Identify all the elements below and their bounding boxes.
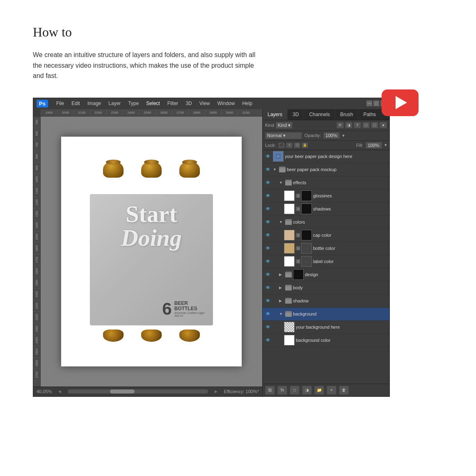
filter-shape-icon[interactable]: ⬡: [362, 122, 370, 128]
filter-toggle-icon[interactable]: ●: [380, 122, 387, 128]
folder-arrow-effects[interactable]: ▼: [279, 181, 284, 185]
delete-layer-button[interactable]: 🗑: [339, 386, 349, 395]
folder-arrow-pack[interactable]: ▼: [273, 167, 278, 172]
layer-row-effects[interactable]: 👁 ▼ effects: [263, 176, 389, 190]
window-maximize-button[interactable]: □: [373, 101, 379, 106]
folder-arrow-colors[interactable]: ▼: [279, 220, 284, 224]
menu-window[interactable]: Window: [215, 100, 238, 107]
layer-eye-your-bg[interactable]: 👁: [264, 323, 272, 331]
menu-image[interactable]: Image: [85, 100, 103, 107]
layer-eye-label[interactable]: 👁: [264, 258, 272, 265]
lock-all-icon[interactable]: 🔒: [302, 142, 308, 148]
lock-pixels-icon[interactable]: ⬛: [278, 142, 285, 148]
bottle-base: [141, 330, 162, 342]
fx-button[interactable]: fx: [277, 386, 287, 395]
folder-arrow-background[interactable]: ▼: [279, 312, 284, 316]
menu-layer[interactable]: Layer: [106, 100, 123, 107]
horizontal-scrollbar[interactable]: [68, 389, 208, 394]
filter-smart-icon[interactable]: ⬡: [371, 122, 378, 128]
layer-row-design[interactable]: 👁 ▶ design: [263, 268, 389, 281]
menu-help[interactable]: Help: [240, 100, 255, 107]
layer-eye-root[interactable]: 👁: [264, 153, 272, 160]
fill-arrow[interactable]: ▾: [384, 142, 387, 148]
window-minimize-button[interactable]: —: [366, 101, 372, 106]
blend-mode-dropdown[interactable]: Normal ▾: [265, 132, 302, 139]
layer-eye-shadow[interactable]: 👁: [264, 297, 272, 304]
layer-row-glossines[interactable]: 👁 ⛓ glossines: [263, 190, 389, 203]
layers-list: 👁 your beer paper pack design here 👁 ▼ b: [263, 150, 389, 384]
new-folder-button[interactable]: 📁: [314, 386, 324, 395]
menu-3d[interactable]: 3D: [183, 100, 194, 107]
tab-brush[interactable]: Brush: [335, 109, 358, 120]
opacity-label: Opacity:: [304, 133, 321, 138]
youtube-play-button[interactable]: [382, 89, 419, 116]
filter-type-icon[interactable]: T: [354, 122, 361, 128]
layer-eye-cap[interactable]: 👁: [264, 231, 272, 239]
mockup-text-start: Start: [94, 202, 209, 226]
ps-ruler-left: 500 600 700 800 900 1000 1100 1200 1300 …: [33, 117, 41, 387]
layer-row-label-color[interactable]: 👁 ⛓ ··· label color: [263, 255, 389, 268]
link-layers-button[interactable]: ⛓: [265, 386, 275, 395]
ruler-tick: 3100: [238, 109, 254, 116]
page-title: How to: [33, 25, 443, 40]
ruler-tick-v: 900: [33, 162, 40, 174]
filter-adjust-icon[interactable]: ◑: [345, 122, 352, 128]
layer-row-body[interactable]: 👁 ▶ body: [263, 281, 389, 295]
tab-3d[interactable]: 3D: [288, 109, 304, 120]
menu-view[interactable]: View: [197, 100, 213, 107]
tab-channels[interactable]: Channels: [304, 109, 335, 120]
layer-row-bg-color[interactable]: 👁 background color: [263, 334, 389, 347]
layer-row-background-folder[interactable]: 👁 ▼ background: [263, 308, 389, 321]
menu-file[interactable]: File: [54, 100, 66, 107]
ruler-numbers: 1900 2000 2100 2200 2300 2400 2500 2600 …: [41, 109, 254, 116]
layer-row-root[interactable]: 👁 your beer paper pack design here: [263, 150, 389, 163]
layer-row-your-bg[interactable]: 👁 your background here: [263, 321, 389, 334]
menu-select[interactable]: Select: [144, 100, 162, 107]
layer-eye-bg-folder[interactable]: 👁: [264, 310, 272, 318]
layer-eye-bg-color[interactable]: 👁: [264, 336, 272, 344]
layer-eye-glossines[interactable]: 👁: [264, 192, 272, 199]
layer-chain-glossines: ⛓: [296, 194, 300, 198]
layer-mask-glossines: [301, 190, 312, 201]
layer-row-shadows[interactable]: 👁 ⛓ shadows: [263, 203, 389, 216]
layer-eye-bottle[interactable]: 👁: [264, 245, 272, 252]
layer-eye-colors[interactable]: 👁: [264, 218, 272, 226]
ruler-tick-v: 2400: [33, 335, 40, 346]
ruler-tick-v: 2200: [33, 312, 40, 323]
ruler-tick-v: 2300: [33, 323, 40, 335]
layer-row-shadow[interactable]: 👁 ▶ shadow: [263, 295, 389, 308]
opacity-input[interactable]: 100%: [323, 132, 340, 139]
tab-layers[interactable]: Layers: [263, 109, 288, 120]
ruler-tick-v: 2000: [33, 289, 40, 300]
layer-row-pack-folder[interactable]: 👁 ▼ beer paper pack mockup: [263, 163, 389, 176]
layer-name-background-folder: background: [293, 311, 388, 316]
layer-eye-body[interactable]: 👁: [264, 284, 272, 291]
folder-arrow-shadow[interactable]: ▶: [279, 299, 284, 303]
folder-arrow-body[interactable]: ▶: [279, 286, 284, 290]
bottle-cap: [179, 161, 200, 178]
ruler-tick-v: 700: [33, 140, 40, 151]
layer-name-bg-color: background color: [296, 338, 388, 343]
layer-row-colors[interactable]: 👁 ▼ colors: [263, 216, 389, 229]
layer-row-bottle-color[interactable]: 👁 ⛓ ··· bottle color: [263, 242, 389, 255]
add-mask-button[interactable]: □: [290, 386, 300, 395]
menu-filter[interactable]: Filter: [165, 100, 181, 107]
menu-type[interactable]: Type: [126, 100, 141, 107]
layer-eye-design[interactable]: 👁: [264, 271, 272, 278]
opacity-arrow[interactable]: ▾: [342, 133, 345, 138]
lock-artboard-icon[interactable]: ⬡: [294, 142, 300, 148]
layer-name-colors: colors: [293, 220, 388, 224]
layer-eye-pack[interactable]: 👁: [264, 166, 272, 173]
layer-eye-effects[interactable]: 👁: [264, 179, 272, 186]
tab-paths[interactable]: Paths: [358, 109, 381, 120]
filter-pixel-icon[interactable]: P: [336, 122, 344, 128]
layer-eye-shadows[interactable]: 👁: [264, 205, 272, 213]
layer-row-cap-color[interactable]: 👁 ⛓ cap color: [263, 229, 389, 242]
lock-position-icon[interactable]: +: [286, 142, 293, 148]
filter-kind-dropdown[interactable]: Kind ▾: [276, 122, 293, 129]
adjustment-button[interactable]: ◑: [302, 386, 312, 395]
folder-arrow-design[interactable]: ▶: [279, 272, 284, 277]
new-layer-button[interactable]: +: [327, 386, 336, 395]
menu-edit[interactable]: Edit: [69, 100, 82, 107]
fill-input[interactable]: 100%: [366, 142, 382, 149]
